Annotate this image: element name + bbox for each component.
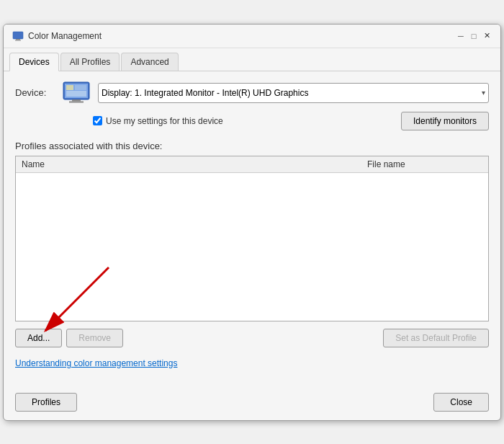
window-icon bbox=[12, 30, 24, 42]
svg-rect-0 bbox=[13, 32, 23, 39]
device-dropdown[interactable]: Display: 1. Integrated Monitor - Intel(R… bbox=[98, 83, 489, 103]
title-bar: Color Management ─ □ ✕ bbox=[4, 25, 500, 48]
maximize-button[interactable]: □ bbox=[469, 31, 479, 41]
color-management-window: Color Management ─ □ ✕ Devices All Profi… bbox=[3, 24, 501, 421]
add-button[interactable]: Add... bbox=[15, 329, 62, 347]
profiles-button[interactable]: Profiles bbox=[15, 393, 77, 412]
color-management-link[interactable]: Understanding color management settings bbox=[15, 358, 177, 368]
table-body bbox=[16, 173, 488, 317]
svg-rect-7 bbox=[66, 85, 73, 90]
svg-rect-6 bbox=[69, 101, 84, 102]
tab-bar: Devices All Profiles Advanced bbox=[4, 48, 500, 71]
checkbox-row: Use my settings for this device bbox=[93, 116, 395, 126]
profiles-associated-label: Profiles associated with this device: bbox=[15, 141, 489, 151]
col-filename-header: File name bbox=[367, 159, 482, 169]
table-header: Name File name bbox=[16, 156, 488, 173]
link-row: Understanding color management settings bbox=[15, 358, 489, 368]
tab-all-profiles[interactable]: All Profiles bbox=[60, 53, 120, 71]
profiles-table: Name File name bbox=[15, 156, 489, 321]
svg-rect-9 bbox=[66, 91, 86, 97]
remove-button[interactable]: Remove bbox=[66, 329, 123, 347]
bottom-row: Profiles Close bbox=[4, 387, 500, 420]
window-close-button[interactable]: ✕ bbox=[482, 31, 492, 41]
svg-rect-1 bbox=[16, 39, 20, 40]
title-controls: ─ □ ✕ bbox=[456, 31, 492, 41]
minimize-button[interactable]: ─ bbox=[456, 31, 466, 41]
svg-rect-2 bbox=[15, 40, 21, 40]
use-settings-checkbox[interactable] bbox=[93, 116, 102, 125]
identify-monitors-button[interactable]: Identify monitors bbox=[401, 112, 489, 130]
device-row: Device: Display: 1. Integrated Monitor -… bbox=[15, 81, 489, 105]
window-title: Color Management bbox=[28, 31, 102, 41]
svg-rect-5 bbox=[72, 99, 81, 102]
action-buttons-row: Add... Remove Set as Default Profile bbox=[15, 329, 489, 347]
monitor-icon bbox=[62, 81, 91, 105]
device-selected-text: Display: 1. Integrated Monitor - Intel(R… bbox=[102, 88, 482, 98]
tab-devices[interactable]: Devices bbox=[9, 53, 59, 71]
main-content: Device: Display: 1. Integrated Monitor -… bbox=[4, 71, 500, 387]
svg-rect-8 bbox=[75, 85, 86, 90]
tab-advanced[interactable]: Advanced bbox=[121, 53, 178, 71]
title-bar-left: Color Management bbox=[12, 30, 102, 42]
close-button[interactable]: Close bbox=[433, 393, 489, 412]
checkbox-label: Use my settings for this device bbox=[106, 116, 223, 126]
device-dropdown-arrow: ▾ bbox=[482, 89, 485, 97]
device-label: Device: bbox=[15, 87, 55, 98]
col-name-header: Name bbox=[22, 159, 367, 169]
set-default-profile-button[interactable]: Set as Default Profile bbox=[383, 329, 489, 347]
